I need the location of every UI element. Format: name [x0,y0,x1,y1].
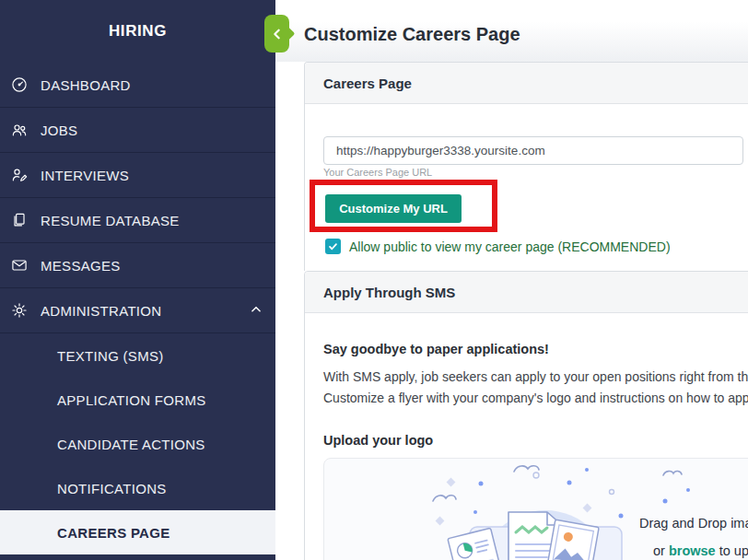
sidebar-item-label: MESSAGES [41,258,121,274]
sidebar-item-jobs[interactable]: JOBS [0,108,275,153]
main-content: Customize Careers Page Careers Page Your… [275,0,748,560]
sidebar-item-candidate-actions[interactable]: CANDIDATE ACTIONS [0,422,275,466]
careers-page-card: Careers Page Your Careers Page URL Custo… [304,62,748,271]
card-header: Careers Page [305,63,748,104]
gauge-icon [9,75,29,95]
app-title: HIRING [0,0,275,63]
sidebar-subitem-label: APPLICATION FORMS [57,392,206,408]
sidebar-subitem-label: CAREERS PAGE [57,525,170,541]
card-header: Apply Through SMS [305,272,748,313]
sidebar-item-label: RESUME DATABASE [41,213,180,228]
gear-icon [9,300,29,321]
check-icon [328,241,338,251]
sidebar-item-dashboard[interactable]: DASHBOARD [0,63,275,108]
user-edit-icon [9,165,29,185]
public-view-checkbox-label: Allow public to view my career page (REC… [349,239,671,254]
sidebar-item-label: DASHBOARD [41,77,131,93]
documents-icon [9,210,29,230]
browse-link[interactable]: browse [669,543,716,558]
users-icon [9,120,29,140]
sms-description-line-1: With SMS apply, job seekers can apply to… [323,369,748,384]
sidebar-item-label: ADMINISTRATION [41,303,161,319]
upload-logo-label: Upload your logo [323,433,433,448]
sidebar-item-label: INTERVIEWS [41,168,129,183]
card-title: Apply Through SMS [323,285,455,300]
sidebar-item-label: JOBS [41,122,77,138]
chevron-up-icon [250,303,263,319]
sidebar-item-resume-database[interactable]: RESUME DATABASE [0,198,275,243]
dropzone-after-text: to upload [716,543,748,558]
page-title: Customize Careers Page [304,24,520,45]
dropzone-instruction: Drag and Drop image here [639,516,748,531]
sidebar-item-interviews[interactable]: INTERVIEWS [0,153,275,198]
sidebar-collapse-button[interactable] [264,15,289,52]
sidebar-subitem-label: CANDIDATE ACTIONS [57,437,205,452]
sidebar-item-texting-sms[interactable]: TEXTING (SMS) [0,333,275,378]
customize-url-button[interactable]: Customize My URL [325,194,462,223]
careers-url-input[interactable] [323,136,743,165]
chevron-left-icon [270,27,285,41]
careers-url-hint: Your Careers Page URL [323,167,432,178]
sidebar-item-administration[interactable]: ADMINISTRATION [0,288,275,333]
dropzone-browse-line: or browse to upload [653,543,748,558]
sidebar-subitem-label: NOTIFICATIONS [57,481,167,496]
sidebar-subitem-label: TEXTING (SMS) [57,348,164,364]
dropzone-or-text: or [653,543,669,558]
sidebar: HIRING DASHBOARD JOBS INTERVIEWS RESUME … [0,0,275,560]
logo-dropzone[interactable]: Drag and Drop image here or browse to up… [323,458,748,560]
sidebar-item-careers-page[interactable]: CAREERS PAGE [0,510,275,554]
sidebar-item-application-forms[interactable]: APPLICATION FORMS [0,378,275,422]
sidebar-item-messages[interactable]: MESSAGES [0,243,275,288]
envelope-icon [9,255,29,275]
highlight-rectangle: Customize My URL [310,180,497,232]
sms-description-line-2: Customize a flyer with your company's lo… [323,391,748,405]
app-window: HIRING DASHBOARD JOBS INTERVIEWS RESUME … [0,0,748,560]
sidebar-item-notifications[interactable]: NOTIFICATIONS [0,466,275,510]
public-view-checkbox[interactable] [325,239,341,254]
sms-headline: Say goodbye to paper applications! [323,342,549,356]
public-view-row: Allow public to view my career page (REC… [325,239,671,254]
apply-through-sms-card: Apply Through SMS Say goodbye to paper a… [304,271,748,560]
card-title: Careers Page [323,76,412,91]
